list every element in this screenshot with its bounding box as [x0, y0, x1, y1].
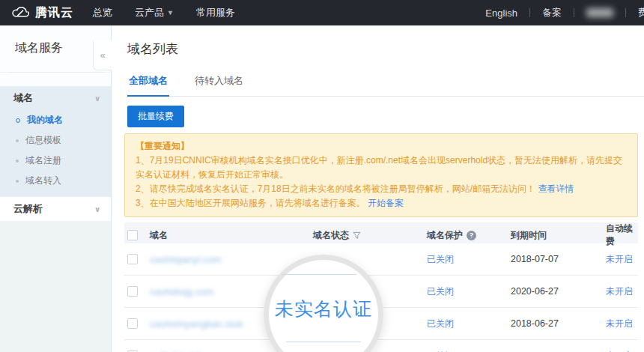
chevron-down-icon: ∨	[94, 205, 100, 213]
row-checkbox[interactable]	[127, 286, 138, 297]
start-beian-link[interactable]: 开始备案	[368, 198, 404, 208]
table-row: cashiiqianyi.com 正常 已关闭 2018-07-07 未开启	[124, 243, 638, 276]
magnified-underline	[282, 274, 356, 275]
expire-date: 2018-06-27	[511, 318, 606, 329]
sidebar-group-dns-header[interactable]: 云解析 ∨	[0, 197, 111, 221]
bullet-icon	[16, 118, 20, 123]
sidebar-group-domain: 域名 ∨ 我的域名 信息模板 域名注册 域名转入	[0, 86, 111, 197]
bullet-icon	[16, 139, 19, 142]
logo-text: 腾讯云	[35, 5, 73, 21]
nav-overview[interactable]: 总览	[93, 6, 112, 19]
nav-billing-cutoff[interactable]: 费用	[638, 6, 644, 19]
account-name-blurred[interactable]	[586, 8, 613, 17]
divider	[625, 8, 626, 17]
cloud-logo-icon	[12, 7, 30, 19]
chevron-down-icon: ∨	[94, 94, 100, 103]
protect-toggle-link[interactable]: 已关闭	[427, 285, 511, 298]
protect-toggle-link[interactable]: 已关闭	[427, 318, 511, 330]
filter-funnel-icon[interactable]	[353, 231, 361, 240]
important-notice-banner: 【重要通知】 1、7月19日CNNIC审核机构域名实名接口优化中，新注册.com…	[124, 133, 638, 217]
select-all-checkbox[interactable]	[127, 230, 138, 240]
auto-renew-link[interactable]: 未开启	[606, 318, 638, 330]
magnified-underline	[286, 342, 361, 342]
domain-table: 域名 域名状态 域名保护 ? 到期时间 自动续费 cashiiqianyi.co…	[124, 222, 638, 352]
protect-toggle-link[interactable]: 已关闭	[427, 350, 511, 352]
domain-name-blurred[interactable]: cashiiqianyi.com	[150, 254, 313, 265]
bullet-icon	[16, 180, 19, 183]
expire-date: 2018-07-07	[511, 254, 606, 264]
sidebar-item-domain-register[interactable]: 域名注册	[0, 151, 111, 171]
header-protect: 域名保护 ?	[427, 229, 511, 242]
tab-pending-transfer[interactable]: 待转入域名	[193, 74, 245, 96]
topbar-right: English 备案 费用	[485, 6, 644, 19]
header-domain: 域名	[150, 229, 313, 242]
sidebar-collapse-button[interactable]: «	[93, 40, 112, 70]
notice-line-3: 3、在中国大陆地区开展网站服务，请先将域名进行备案。 开始备案	[136, 196, 627, 210]
collapse-arrow-icon: «	[100, 49, 105, 61]
table-row: suffix94.club 未实名认证 已关闭 2018-05-12 未开启	[124, 340, 638, 352]
notice-line-2: 2、请尽快完成域名实名认证，7月18日之前未实名的域名将被注册局暂停解析，网站/…	[136, 182, 627, 196]
sidebar-item-info-template[interactable]: 信息模板	[0, 130, 111, 151]
table-header-row: 域名 域名状态 域名保护 ? 到期时间 自动续费	[124, 222, 638, 243]
page-title: 域名列表	[127, 40, 644, 58]
batch-renew-button[interactable]: 批量续费	[127, 106, 184, 127]
top-navigation: 总览 云产品 ▼ 常用服务	[93, 6, 235, 19]
sidebar-group-domain-header[interactable]: 域名 ∨	[0, 86, 111, 110]
nav-common-services[interactable]: 常用服务	[196, 6, 235, 19]
help-question-icon[interactable]: ?	[467, 231, 476, 240]
header-status: 域名状态	[313, 229, 427, 242]
auto-renew-link[interactable]: 未开启	[606, 285, 638, 298]
view-details-link[interactable]: 查看详情	[538, 183, 574, 194]
row-checkbox[interactable]	[127, 254, 138, 264]
tab-all-domains[interactable]: 全部域名	[127, 74, 169, 97]
nav-cloud-products[interactable]: 云产品 ▼	[135, 6, 174, 19]
header-expire: 到期时间	[511, 229, 606, 242]
top-navbar: 腾讯云 总览 云产品 ▼ 常用服务 English 备案 费用	[0, 0, 644, 25]
chevron-down-icon: ▼	[167, 9, 174, 16]
notice-title: 【重要通知】	[136, 139, 627, 154]
expire-date: 2020-06-27	[511, 286, 606, 297]
sidebar-item-domain-transfer[interactable]: 域名转入	[0, 171, 111, 191]
divider	[529, 8, 530, 17]
sidebar: 域名服务 « 域名 ∨ 我的域名 信息模板 域名注册 域名转入 云解析 ∨	[0, 25, 112, 352]
protect-toggle-link[interactable]: 已关闭	[427, 253, 511, 266]
tab-bar: 全部域名 待转入域名	[127, 74, 644, 97]
auto-renew-link[interactable]: 未开启	[606, 253, 638, 266]
bullet-icon	[16, 160, 19, 163]
nav-beian[interactable]: 备案	[542, 6, 562, 19]
language-switch[interactable]: English	[485, 7, 517, 19]
sidebar-item-my-domains[interactable]: 我的域名	[0, 110, 111, 130]
divider	[574, 8, 574, 17]
header-auto-renew: 自动续费	[606, 222, 638, 248]
row-checkbox[interactable]	[127, 318, 138, 329]
tencent-cloud-logo[interactable]: 腾讯云	[12, 5, 73, 21]
not-verified-label: 未实名认证	[264, 297, 383, 321]
notice-line-1: 1、7月19日CNNIC审核机构域名实名接口优化中，新注册.com/.net域名…	[136, 154, 627, 182]
auto-renew-link[interactable]: 未开启	[606, 350, 638, 352]
